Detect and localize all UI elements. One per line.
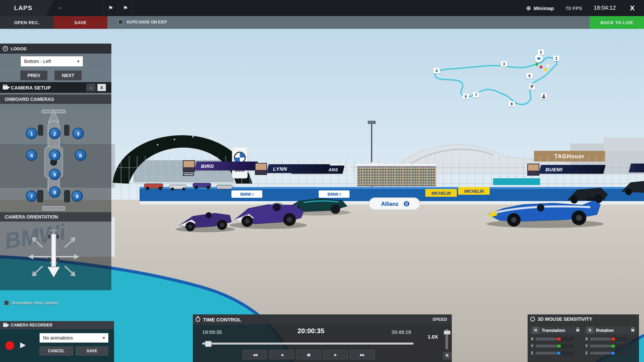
autosave-checkbox[interactable]: [118, 19, 123, 24]
camera-button-3[interactable]: 3: [72, 128, 84, 139]
immediate-view-checkbox[interactable]: [4, 300, 9, 305]
pause-button[interactable]: ▮▮: [296, 350, 321, 359]
camera-button-2[interactable]: 2: [49, 128, 60, 139]
driver-tag-lynn[interactable]: LYNN: [267, 164, 330, 173]
camera-button-0[interactable]: 0: [49, 149, 60, 161]
driver-tag-buemi[interactable]: BUEMI: [539, 165, 605, 174]
translation-x-slider[interactable]: [535, 337, 574, 341]
translation-y-slider[interactable]: [535, 344, 574, 348]
logo-position-value: Bottom - Left: [24, 59, 51, 64]
translation-z-slider[interactable]: [535, 351, 574, 355]
minimap-toggle-label: Minimap: [534, 5, 554, 11]
camera-orientation-diagram[interactable]: [18, 225, 89, 288]
recorder-save-button[interactable]: SAVE: [76, 347, 108, 355]
rotation-z-slider[interactable]: [590, 351, 628, 355]
camera-setup-minimize-button[interactable]: –: [87, 84, 95, 91]
play-animation-button[interactable]: ▶: [20, 341, 26, 349]
logos-logo-icon: [3, 46, 8, 51]
minimap-turn-3: 3: [501, 61, 507, 67]
onboard-cameras-header: ONBOARD CAMERAS: [0, 95, 111, 104]
timeline-slider[interactable]: [202, 343, 414, 345]
time-control-title: TIME CONTROL: [203, 317, 241, 322]
flag-button-1[interactable]: ⚑: [103, 2, 118, 14]
flag-icon: ⚑: [108, 5, 113, 12]
lock-icon[interactable]: [631, 329, 634, 331]
selected-camera-icon[interactable]: [535, 54, 543, 62]
driver-tag-edge[interactable]: [629, 164, 644, 172]
transport-controls: ◀◀ ◀ ▮▮ ▶ ▶▶: [243, 350, 375, 359]
camera-icon: [3, 323, 8, 326]
recorder-cancel-button[interactable]: CANCEL: [40, 347, 73, 355]
camera-button-1[interactable]: 1: [26, 128, 37, 139]
driver-name-partial: ANS: [328, 167, 338, 172]
translation-label: Translation: [542, 328, 565, 333]
rotation-reset-button[interactable]: R: [587, 327, 593, 334]
person-icon[interactable]: [541, 93, 547, 99]
logo-next-button[interactable]: NEXT: [54, 70, 82, 80]
minimap-toggle[interactable]: ⊕ Minimap: [526, 5, 554, 12]
flag-icon: ⚑: [123, 5, 128, 12]
rotation-y-slider[interactable]: [590, 344, 628, 348]
minimap-turn-7: 7: [473, 92, 479, 98]
speed-reset-button[interactable]: R: [443, 352, 451, 359]
minimap-turn-5: 5: [463, 94, 469, 99]
animation-select[interactable]: No animations ▼: [40, 333, 108, 343]
open-rec-button[interactable]: OPEN REC.: [0, 16, 54, 29]
mouse-sensitivity-panel: 3D MOUSE SENSITIVITY R Translation R Rot…: [528, 314, 639, 362]
rotation-label: Rotation: [596, 328, 614, 333]
close-app-button[interactable]: X: [627, 4, 637, 12]
skip-to-end-button[interactable]: ▶▶: [350, 350, 375, 359]
toolbar: OPEN REC. SAVE AUTO-SAVE ON EXIT BACK TO…: [0, 16, 644, 29]
clock: 18:04:12: [594, 5, 616, 11]
camera-button-6[interactable]: 6: [75, 149, 86, 161]
camera-button-9[interactable]: 9: [71, 190, 83, 202]
logo-position-select[interactable]: Bottom - Left ▼: [21, 56, 83, 66]
animation-value: No animations: [43, 335, 73, 341]
immediate-view-label: Immediate View Update: [12, 300, 58, 305]
tab-laps[interactable]: LAPS: [0, 0, 54, 16]
bmwi-board-2: BMW i: [327, 192, 341, 197]
flag-button-2[interactable]: ⚑: [118, 2, 133, 14]
driver-name-bird: BIRD: [201, 163, 214, 169]
chevron-down-icon: ▼: [76, 59, 80, 63]
wrench-icon[interactable]: [529, 84, 535, 90]
skip-to-start-button[interactable]: ◀◀: [243, 350, 267, 359]
start-time: 19:59:35: [202, 329, 222, 335]
driver-photo-buemi: [527, 164, 539, 176]
camera-button-5[interactable]: 5: [49, 169, 60, 180]
camera-setup-close-button[interactable]: X: [97, 84, 106, 91]
fps-counter: 70 FPS: [566, 5, 582, 11]
logo-prev-button[interactable]: PREV: [20, 70, 48, 80]
translation-column-header: R Translation: [530, 326, 581, 334]
step-back-button[interactable]: ◀: [269, 350, 294, 359]
laps-label: LAPS: [14, 4, 33, 12]
minimap-turn-8: 8: [508, 101, 515, 107]
stopwatch-icon: [196, 317, 200, 322]
lock-icon[interactable]: [576, 329, 579, 331]
axis-x-label: X: [531, 337, 533, 341]
driver-name-buemi: BUEMI: [545, 167, 562, 172]
timeline-handle[interactable]: [205, 341, 212, 347]
time-control-header: TIME CONTROL: [193, 314, 452, 324]
camera-recorder-header: CAMERA RECORDER: [0, 321, 114, 329]
autosave-label: AUTO-SAVE ON EXIT: [126, 20, 167, 24]
camera-icon: [3, 86, 8, 89]
camera-recorder-body: ▶ No animations ▼ CANCEL SAVE: [0, 329, 114, 362]
rotation-x-slider[interactable]: [590, 337, 628, 341]
translation-reset-button[interactable]: R: [532, 327, 539, 334]
speed-handle[interactable]: [444, 330, 450, 335]
camera-button-8[interactable]: 8: [49, 186, 60, 198]
step-forward-button[interactable]: ▶: [323, 350, 348, 359]
mouse-sensitivity-header: 3D MOUSE SENSITIVITY: [528, 314, 639, 324]
camera-orientation-header: CAMERA ORIENTATION: [0, 212, 111, 222]
speed-slider[interactable]: [445, 329, 448, 349]
driver-tag-bird[interactable]: BIRD: [195, 162, 258, 170]
minimap[interactable]: 1 2 3 4 5 6 7 8: [429, 50, 579, 115]
record-button[interactable]: [5, 341, 14, 350]
camera-button-7[interactable]: 7: [26, 190, 37, 202]
save-button[interactable]: SAVE: [54, 16, 107, 29]
camera-recorder-panel: CAMERA RECORDER ▶ No animations ▼ CANCEL…: [0, 321, 114, 362]
back-to-live-button[interactable]: BACK TO LIVE: [590, 16, 644, 29]
camera-button-4[interactable]: 4: [26, 149, 37, 161]
speed-label: SPEED: [432, 317, 447, 322]
